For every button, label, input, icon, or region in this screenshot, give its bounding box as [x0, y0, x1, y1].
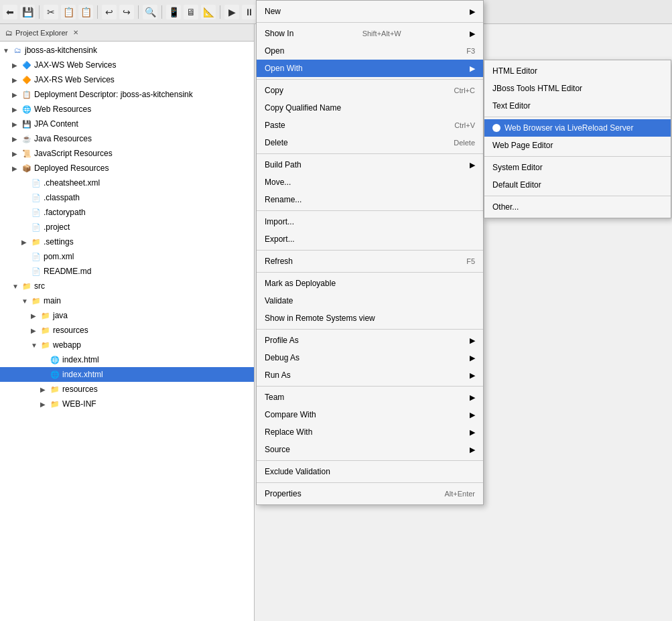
menu-item-move[interactable]: Move...: [257, 174, 483, 191]
expand-icon-resources2: ▶: [40, 386, 50, 393]
submenu-arrow-open_with: ▶: [470, 64, 475, 73]
sub-item-system_editor[interactable]: System Editor: [484, 159, 671, 176]
tree-item-jaxrs[interactable]: ▶🔶JAX-RS Web Services: [0, 72, 254, 87]
menu-item-build_path[interactable]: Build Path▶: [257, 156, 483, 174]
tree-item-java2[interactable]: ▶📁java: [0, 308, 254, 323]
toolbar-search-btn[interactable]: 🔍: [143, 5, 157, 19]
menu-item-debug_as[interactable]: Debug As▶: [257, 349, 483, 366]
menu-item-delete[interactable]: DeleteDelete: [257, 134, 483, 151]
expand-icon-webapp: ▼: [31, 342, 40, 349]
menu-item-show_remote[interactable]: Show in Remote Systems view: [257, 309, 483, 327]
sub-item-web_page[interactable]: Web Page Editor: [484, 137, 671, 154]
menu-item-copy_qualified[interactable]: Copy Qualified Name: [257, 99, 483, 117]
sub-item-label-other: Other...: [492, 202, 519, 212]
sub-separator-sep2: [484, 156, 671, 157]
tree-item-label-main: main: [44, 296, 61, 305]
sub-item-text_editor[interactable]: Text Editor: [484, 97, 671, 115]
sub-item-web_browser[interactable]: Web Browser via LiveReload Server: [484, 119, 671, 137]
tree-item-root[interactable]: ▼🗂jboss-as-kitchensink: [0, 43, 254, 58]
tree-item-java[interactable]: ▶☕Java Resources: [0, 131, 254, 146]
tree-item-classpath[interactable]: 📄.classpath: [0, 190, 254, 205]
file-icon-main: 📁: [31, 295, 42, 306]
menu-item-refresh[interactable]: RefreshF5: [257, 253, 483, 270]
tree-item-resources[interactable]: ▶📁resources: [0, 323, 254, 338]
menu-item-label-show_in: Show In: [265, 29, 293, 38]
tree-item-settings[interactable]: ▶📁.settings: [0, 234, 254, 249]
toolbar-pause-btn[interactable]: ⏸: [242, 5, 257, 19]
menu-item-new[interactable]: New▶: [257, 3, 483, 20]
panel-tab-project-explorer[interactable]: 🗂 Project Explorer ✕: [0, 24, 254, 42]
menu-item-export[interactable]: Export...: [257, 230, 483, 248]
tree-item-label-settings: .settings: [44, 237, 74, 247]
menu-item-exclude_validation[interactable]: Exclude Validation: [257, 463, 483, 480]
menu-item-open[interactable]: OpenF3: [257, 42, 483, 60]
sub-item-other[interactable]: Other...: [484, 198, 671, 216]
menu-item-properties[interactable]: PropertiesAlt+Enter: [257, 485, 483, 502]
menu-separator-sep2: [257, 79, 483, 80]
tree-item-indexhtml[interactable]: 🌐index.html: [0, 352, 254, 367]
menu-item-label-validate: Validate: [265, 296, 293, 305]
toolbar-copy-btn[interactable]: 📋: [61, 5, 76, 19]
tree-item-webinf[interactable]: ▶📁WEB-INF: [0, 397, 254, 411]
menu-item-profile_as[interactable]: Profile As▶: [257, 332, 483, 349]
tree-item-deployed[interactable]: ▶📦Deployed Resources: [0, 161, 254, 176]
menu-item-paste[interactable]: PasteCtrl+V: [257, 117, 483, 134]
toolbar-save-btn[interactable]: 💾: [20, 5, 35, 19]
sub-item-html_editor[interactable]: HTML Editor: [484, 62, 671, 80]
menu-item-run_as[interactable]: Run As▶: [257, 366, 483, 384]
sub-item-label-jboss_html: JBoss Tools HTML Editor: [492, 84, 582, 93]
menu-item-label-import: Import...: [265, 217, 294, 226]
file-icon-java: ☕: [21, 133, 32, 144]
project-tree[interactable]: ▼🗂jboss-as-kitchensink▶🔷JAX-WS Web Servi…: [0, 42, 254, 621]
menu-item-team[interactable]: Team▶: [257, 389, 483, 406]
tree-item-readme[interactable]: 📄README.md: [0, 264, 254, 279]
tree-item-jsres[interactable]: ▶📜JavaScript Resources: [0, 146, 254, 161]
tree-item-indexxhtml[interactable]: 🌐index.xhtml: [0, 367, 254, 382]
toolbar-back-btn[interactable]: ⬅: [3, 5, 17, 19]
menu-shortcut-open: F3: [466, 47, 475, 55]
tree-item-cheatsheet[interactable]: 📄.cheatsheet.xml: [0, 176, 254, 190]
menu-item-compare_with[interactable]: Compare With▶: [257, 406, 483, 423]
menu-item-label-export: Export...: [265, 234, 295, 244]
toolbar-monitor-btn[interactable]: 🖥: [184, 5, 198, 19]
toolbar-run-btn[interactable]: ▶: [224, 5, 239, 19]
menu-item-replace_with[interactable]: Replace With▶: [257, 423, 483, 441]
menu-item-label-rename: Rename...: [265, 195, 301, 204]
menu-item-import[interactable]: Import...: [257, 213, 483, 230]
submenu-arrow-show_in: ▶: [470, 29, 475, 38]
sub-item-jboss_html[interactable]: JBoss Tools HTML Editor: [484, 80, 671, 97]
tree-item-jaxws[interactable]: ▶🔷JAX-WS Web Services: [0, 58, 254, 72]
toolbar-undo-btn[interactable]: ↩: [102, 5, 117, 19]
menu-item-source[interactable]: Source▶: [257, 441, 483, 458]
menu-item-show_in[interactable]: Show InShift+Alt+W▶: [257, 25, 483, 42]
tree-item-project[interactable]: 📄.project: [0, 220, 254, 234]
menu-item-label-move: Move...: [265, 178, 291, 187]
tree-item-label-factorypath: .factorypath: [44, 208, 86, 217]
panel-tab-label: Project Explorer: [15, 29, 68, 37]
tree-item-factorypath[interactable]: 📄.factorypath: [0, 205, 254, 220]
menu-item-rename[interactable]: Rename...: [257, 191, 483, 208]
menu-item-open_with[interactable]: Open With▶: [257, 60, 483, 77]
menu-item-copy[interactable]: CopyCtrl+C: [257, 82, 483, 99]
tree-item-webres[interactable]: ▶🌐Web Resources: [0, 102, 254, 117]
tree-item-resources2[interactable]: ▶📁resources: [0, 382, 254, 397]
menu-item-label-properties: Properties: [265, 489, 301, 498]
tree-item-main[interactable]: ▼📁main: [0, 293, 254, 308]
sub-item-default_editor[interactable]: Default Editor: [484, 176, 671, 194]
menu-separator-sep1: [257, 22, 483, 23]
toolbar-paste-btn[interactable]: 📋: [78, 5, 93, 19]
toolbar-layout-btn[interactable]: 📐: [201, 5, 216, 19]
tree-item-deploy[interactable]: ▶📋Deployment Descriptor: jboss-as-kitche…: [0, 87, 254, 102]
tree-item-webapp[interactable]: ▼📁webapp: [0, 338, 254, 352]
menu-item-validate[interactable]: Validate: [257, 292, 483, 309]
toolbar-redo-btn[interactable]: ↪: [119, 5, 134, 19]
tree-item-pomxml[interactable]: 📄pom.xml: [0, 249, 254, 264]
tree-item-src[interactable]: ▼📁src: [0, 279, 254, 293]
tree-item-jpa[interactable]: ▶💾JPA Content: [0, 117, 254, 131]
toolbar-cut-btn[interactable]: ✂: [44, 5, 58, 19]
expand-icon-webres: ▶: [12, 106, 21, 113]
menu-item-mark_deployable[interactable]: Mark as Deployable: [257, 275, 483, 292]
toolbar-device-btn[interactable]: 📱: [166, 5, 181, 19]
panel-close-btn[interactable]: ✕: [73, 29, 78, 36]
menu-shortcut-refresh: F5: [466, 257, 475, 265]
